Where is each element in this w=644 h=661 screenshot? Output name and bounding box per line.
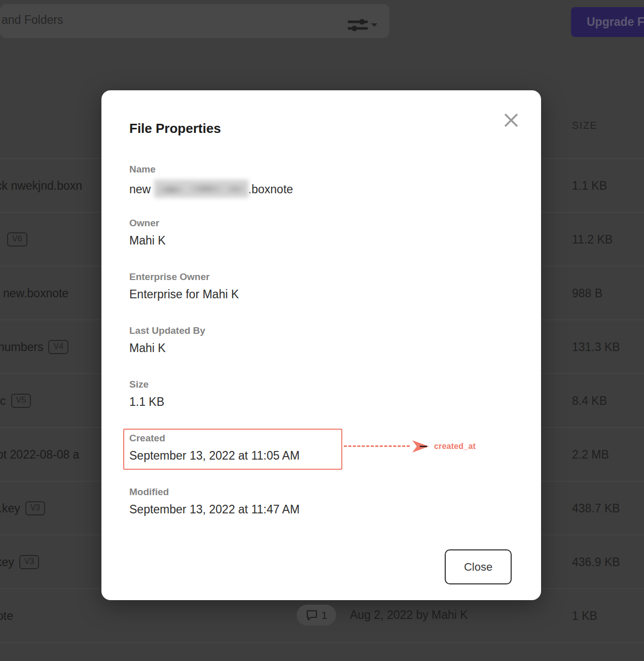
field-value: Mahi K <box>129 341 205 356</box>
redacted-blurred-text <box>154 180 248 198</box>
field-label: Modified <box>129 486 300 498</box>
comment-count: 1 <box>321 609 328 621</box>
size-column-header: SIZE <box>572 120 597 131</box>
file-size: 438.7 KB <box>572 481 620 535</box>
properties-field: Created September 13, 2022 at 11:05 AM <box>129 433 300 463</box>
file-size: 131.3 KB <box>572 320 620 374</box>
sliders-filter-icon <box>348 17 378 32</box>
file-size: 8.4 KB <box>572 374 607 428</box>
file-size: 988 B <box>572 266 602 320</box>
annotation-label: created_at <box>434 442 476 451</box>
file-size: 436.9 KB <box>572 535 620 589</box>
annotation-arrow-icon <box>412 440 430 455</box>
filter-options-button[interactable] <box>348 17 378 32</box>
file-name: ote <box>0 589 13 643</box>
upgrade-button[interactable]: Upgrade F <box>571 7 644 37</box>
annotation-dashed-line <box>344 445 410 447</box>
field-value: Enterprise for Mahi K <box>129 287 239 302</box>
file-size: 11.2 KB <box>572 213 613 266</box>
row-modified-info: Aug 2, 2022 by Mahi K <box>350 608 468 622</box>
close-x-icon <box>504 113 519 128</box>
properties-field: Last Updated By Mahi K <box>129 325 205 356</box>
file-name: ck nwekjnd.boxn <box>0 159 82 213</box>
comment-bubble-icon <box>306 610 318 621</box>
file-name: new.boxnote <box>3 266 68 320</box>
properties-field: Owner Mahi K <box>129 218 166 248</box>
version-badge: V3 <box>19 555 40 569</box>
version-badge: V4 <box>48 340 68 354</box>
comment-count-badge[interactable]: 1 <box>297 605 336 625</box>
properties-field: Modified September 13, 2022 at 11:47 AM <box>129 486 300 517</box>
file-name: keyV3 <box>0 535 39 589</box>
file-name-suffix: .boxnote <box>248 183 293 196</box>
file-name: numbersV4 <box>0 320 68 374</box>
field-value: Mahi K <box>129 233 166 248</box>
field-label: Created <box>129 433 300 444</box>
version-badge: V6 <box>7 232 27 247</box>
file-size: 2.2 MB <box>572 428 609 481</box>
modal-title: File Properties <box>129 121 221 136</box>
properties-field: Name new .boxnote <box>129 164 293 198</box>
version-badge: V3 <box>25 501 46 515</box>
field-label: Name <box>129 164 293 176</box>
file-name: V6 <box>7 213 27 266</box>
properties-field: Size 1.1 KB <box>129 379 164 409</box>
field-value: September 13, 2022 at 11:05 AM <box>129 448 300 463</box>
file-size: 1 KB <box>572 589 597 643</box>
field-label: Last Updated By <box>129 325 205 337</box>
chevron-down-icon <box>371 23 377 27</box>
search-input-text: and Folders <box>2 13 63 27</box>
field-value: 1.1 KB <box>129 395 164 409</box>
file-name: ot 2022-08-08 a <box>0 428 79 481</box>
field-label: Owner <box>129 218 166 229</box>
file-properties-modal: File Properties Name new .boxnote Owner … <box>101 90 541 600</box>
field-value: new .boxnote <box>129 180 293 198</box>
modal-close-button[interactable] <box>502 112 520 130</box>
row-divider <box>0 642 644 643</box>
file-name: cV5 <box>0 374 31 428</box>
version-badge: V5 <box>11 394 31 408</box>
field-label: Enterprise Owner <box>129 271 239 283</box>
field-label: Size <box>129 379 164 391</box>
field-value: September 13, 2022 at 11:47 AM <box>129 502 300 517</box>
file-name-prefix: new <box>129 183 154 196</box>
file-size: 1.1 KB <box>572 159 607 213</box>
search-bar[interactable]: and Folders <box>0 4 389 38</box>
properties-field: Enterprise Owner Enterprise for Mahi K <box>129 271 239 302</box>
file-name: k.keyV3 <box>0 481 45 535</box>
close-button[interactable]: Close <box>445 549 512 584</box>
